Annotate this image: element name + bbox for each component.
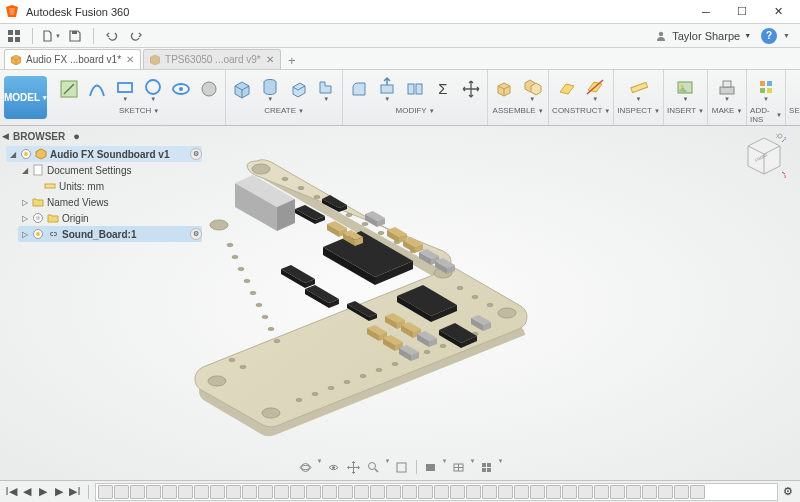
timeline-item[interactable] <box>242 485 257 499</box>
settings-icon[interactable]: ⚙ <box>190 228 202 240</box>
timeline-track[interactable] <box>95 483 778 501</box>
timeline-item[interactable] <box>370 485 385 499</box>
new-component-button[interactable] <box>491 74 517 104</box>
timeline-item[interactable] <box>354 485 369 499</box>
workspace-switcher[interactable]: MODEL▾ <box>4 76 47 119</box>
timeline-item[interactable] <box>338 485 353 499</box>
timeline-item[interactable] <box>498 485 513 499</box>
timeline-item[interactable] <box>642 485 657 499</box>
timeline-item[interactable] <box>210 485 225 499</box>
timeline-item[interactable] <box>178 485 193 499</box>
rectangle-tool-button[interactable]: ▼ <box>112 74 138 104</box>
user-menu[interactable]: Taylor Sharpe▼ <box>648 29 757 43</box>
extrude-button[interactable] <box>285 74 311 104</box>
window-close-button[interactable]: ✕ <box>760 0 796 24</box>
timeline-item[interactable] <box>466 485 481 499</box>
display-mode-2-button[interactable] <box>449 458 467 476</box>
settings-icon[interactable]: ⚙ <box>190 148 202 160</box>
window-maximize-button[interactable]: ☐ <box>724 0 760 24</box>
close-tab-icon[interactable]: ✕ <box>266 54 274 65</box>
timeline-item[interactable] <box>386 485 401 499</box>
timeline-item[interactable] <box>514 485 529 499</box>
make-button[interactable]: ▼ <box>711 74 743 104</box>
timeline-item[interactable] <box>578 485 593 499</box>
timeline-step-back-button[interactable]: ◀ <box>20 485 34 499</box>
browser-node-units[interactable]: Units: mm <box>30 178 202 194</box>
timeline-item[interactable] <box>546 485 561 499</box>
file-menu-button[interactable]: ▼ <box>41 26 61 46</box>
timeline-item[interactable] <box>226 485 241 499</box>
timeline-item[interactable] <box>610 485 625 499</box>
browser-node-views[interactable]: ▷ Named Views <box>18 194 202 210</box>
timeline-item[interactable] <box>434 485 449 499</box>
browser-node-soundboard[interactable]: ▷ Sound_Board:1 ⚙ <box>18 226 202 242</box>
insert-button[interactable]: ▼ <box>669 74 701 104</box>
timeline-item[interactable] <box>306 485 321 499</box>
timeline-item[interactable] <box>290 485 305 499</box>
plane-button[interactable] <box>554 74 580 104</box>
timeline-play-button[interactable]: ▶ <box>36 485 50 499</box>
line-tool-button[interactable] <box>84 74 110 104</box>
timeline-item[interactable] <box>114 485 129 499</box>
timeline-item[interactable] <box>146 485 161 499</box>
new-tab-button[interactable]: + <box>283 51 301 69</box>
timeline-item[interactable] <box>482 485 497 499</box>
visibility-icon[interactable] <box>32 212 44 224</box>
presspull-button[interactable]: ▼ <box>374 74 400 104</box>
orbit-button[interactable] <box>297 458 315 476</box>
timeline-item[interactable] <box>530 485 545 499</box>
browser-node-origin[interactable]: ▷ Origin <box>18 210 202 226</box>
timeline-item[interactable] <box>98 485 113 499</box>
timeline-item[interactable] <box>274 485 289 499</box>
revolve-button[interactable]: ▼ <box>313 74 339 104</box>
timeline-item[interactable] <box>674 485 689 499</box>
box-button[interactable] <box>229 74 255 104</box>
timeline-step-fwd-button[interactable]: ▶ <box>52 485 66 499</box>
timeline-item[interactable] <box>562 485 577 499</box>
measure-button[interactable]: ▼ <box>623 74 655 104</box>
redo-button[interactable] <box>126 26 146 46</box>
create-sketch-button[interactable] <box>56 74 82 104</box>
visibility-icon[interactable] <box>20 148 32 160</box>
visibility-icon[interactable] <box>32 228 44 240</box>
timeline-start-button[interactable]: I◀ <box>4 485 18 499</box>
grid-button[interactable] <box>477 458 495 476</box>
timeline-end-button[interactable]: ▶I <box>68 485 82 499</box>
timeline-item[interactable] <box>258 485 273 499</box>
pan-button[interactable] <box>345 458 363 476</box>
browser-root-node[interactable]: ◢ Audio FX Soundboard v1 ⚙ <box>6 146 202 162</box>
save-button[interactable] <box>65 26 85 46</box>
select-button[interactable]: ▼ <box>793 74 800 104</box>
timeline-item[interactable] <box>162 485 177 499</box>
zoom-button[interactable] <box>365 458 383 476</box>
axis-button[interactable]: ▼ <box>582 74 608 104</box>
align-button[interactable] <box>402 74 428 104</box>
undo-button[interactable] <box>102 26 122 46</box>
help-button[interactable]: ? <box>761 28 777 44</box>
timeline-item[interactable] <box>690 485 705 499</box>
document-tab-1[interactable]: Audio FX ...board v1* ✕ <box>4 49 141 69</box>
timeline-item[interactable] <box>418 485 433 499</box>
timeline-item[interactable] <box>130 485 145 499</box>
parameters-button[interactable]: Σ <box>430 74 456 104</box>
timeline-item[interactable] <box>626 485 641 499</box>
joint-button[interactable]: ▼ <box>519 74 545 104</box>
display-mode-1-button[interactable] <box>422 458 440 476</box>
timeline-item[interactable] <box>402 485 417 499</box>
timeline-item[interactable] <box>322 485 337 499</box>
look-button[interactable] <box>325 458 343 476</box>
cylinder-button[interactable]: ▼ <box>257 74 283 104</box>
data-panel-button[interactable] <box>4 26 24 46</box>
spline-tool-button[interactable] <box>196 74 222 104</box>
timeline-item[interactable] <box>194 485 209 499</box>
timeline-item[interactable] <box>594 485 609 499</box>
view-cube[interactable]: FRONT z x <box>742 132 786 184</box>
timeline-item[interactable] <box>450 485 465 499</box>
fillet-button[interactable] <box>346 74 372 104</box>
move-button[interactable] <box>458 74 484 104</box>
document-tab-2[interactable]: TPS63050 ...oard v9* ✕ <box>143 49 281 69</box>
timeline-item[interactable] <box>658 485 673 499</box>
ellipse-tool-button[interactable] <box>168 74 194 104</box>
circle-tool-button[interactable]: ▼ <box>140 74 166 104</box>
browser-panel-header[interactable]: ◀ BROWSER ● <box>2 128 80 144</box>
